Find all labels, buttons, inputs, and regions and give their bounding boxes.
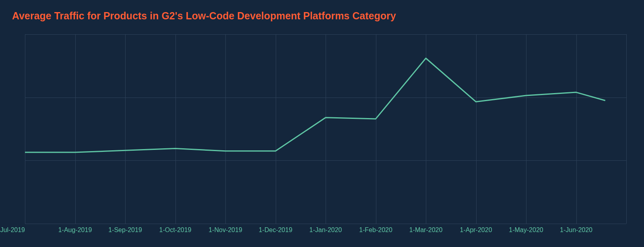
gridline-horizontal [25,224,626,224]
x-tick-label: 1-Jan-2020 [310,226,342,234]
x-tick-label: 1-Sep-2019 [108,226,142,234]
x-tick-label: 1-Aug-2019 [58,226,92,234]
x-tick-label: 1-Oct-2019 [159,226,191,234]
x-tick-label: 1-May-2020 [509,226,543,234]
x-tick-label: 1-Jun-2020 [560,226,592,234]
x-tick-label: 1-Nov-2019 [208,226,242,234]
gridline-vertical [626,34,627,224]
x-tick-label: 1-Jul-2019 [0,226,25,234]
x-tick-label: 1-Apr-2020 [460,226,492,234]
x-tick-label: 1-Feb-2020 [359,226,392,234]
x-tick-label: 1-Dec-2019 [259,226,293,234]
data-series-line [25,58,605,153]
x-tick-label: 1-Mar-2020 [409,226,443,234]
plot-area [25,34,626,224]
x-axis-labels: 1-Jul-20191-Aug-20191-Sep-20191-Oct-2019… [25,226,626,239]
chart-title: Average Traffic for Products in G2's Low… [12,10,396,22]
